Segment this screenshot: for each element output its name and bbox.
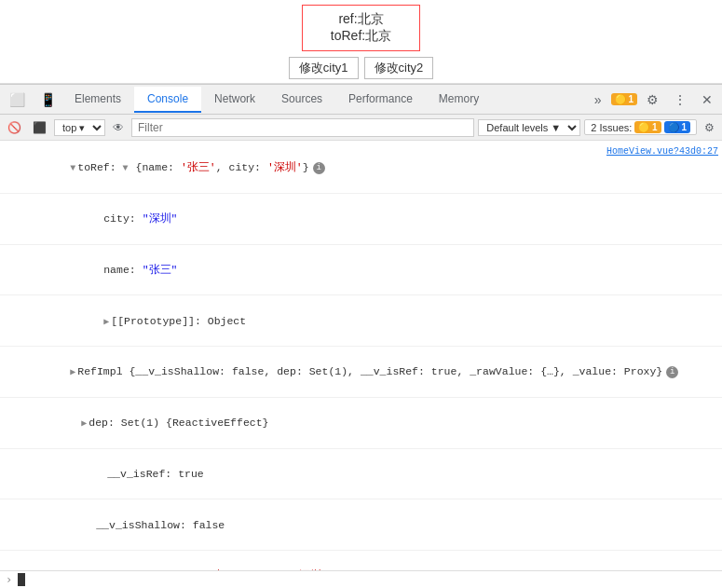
issues-badge: 2 Issues: 🟡 1 🔵 1: [584, 119, 697, 135]
line-content[interactable]: ▼toRef: ▼ {name: '张三', city: '深圳'}i: [15, 143, 606, 193]
eye-icon[interactable]: 👁: [109, 119, 128, 136]
modify-city1-button[interactable]: 修改city1: [289, 57, 359, 79]
more-tabs-button[interactable]: »: [589, 89, 607, 111]
button-row: 修改city1 修改city2: [289, 57, 433, 79]
expand-icon[interactable]: ▶: [81, 418, 87, 429]
console-line-isref: __v_isRef: true: [0, 449, 722, 500]
line-source[interactable]: HomeView.vue?43d0:27: [606, 143, 718, 158]
issue-warning-badge: 🟡 1: [634, 121, 661, 133]
console-line-toref: ▼toRef: ▼ {name: '张三', city: '深圳'}i Home…: [0, 143, 722, 194]
line-content: __v_isRef: true: [15, 449, 718, 499]
expand-icon[interactable]: ▼: [70, 163, 75, 173]
console-line-proto1: ▶[[Prototype]]: Object: [0, 295, 722, 347]
tab-bar-left: ⬜ 📱: [4, 89, 61, 111]
issue-info-badge: 🔵 1: [664, 121, 690, 133]
context-selector[interactable]: top ▾: [54, 119, 105, 136]
console-prompt: ›: [6, 573, 12, 586]
device-icon[interactable]: 📱: [34, 89, 61, 111]
info-icon[interactable]: i: [666, 366, 678, 378]
line-gutter: [15, 194, 26, 196]
line-content: city: "深圳": [26, 194, 718, 244]
expand-icon[interactable]: ▶: [103, 317, 109, 327]
expand-icon[interactable]: ▶: [70, 367, 75, 377]
tab-bar-right: » 🟡 1 ⚙ ⋮ ✕: [589, 89, 718, 111]
line-content[interactable]: ▶dep: Set(1) {ReactiveEffect}: [15, 398, 718, 448]
line-content[interactable]: ▶[[Prototype]]: Object: [26, 295, 718, 346]
console-line-isshallow: __v_isShallow: false: [0, 499, 722, 551]
devtools-tab-bar: ⬜ 📱 Elements Console Network Sources Per…: [0, 85, 722, 115]
ref-line1: ref:北京: [331, 11, 391, 28]
cursor-icon[interactable]: ⬜: [4, 89, 31, 111]
info-icon[interactable]: i: [313, 162, 325, 174]
ref-line2: toRef:北京: [331, 28, 391, 45]
default-levels-select[interactable]: Default levels ▼: [478, 119, 580, 136]
issues-settings-icon[interactable]: ⚙: [701, 119, 718, 136]
line-content[interactable]: ▶_rawValue: {name: '张三', city: '深圳'}: [15, 551, 718, 570]
console-input-row: ›: [0, 570, 722, 588]
console-cursor: [18, 573, 25, 586]
ref-box: ref:北京 toRef:北京: [302, 5, 420, 51]
app-area: ref:北京 toRef:北京 修改city1 修改city2: [0, 0, 722, 84]
console-line-refimpl: ▶RefImpl {__v_isShallow: false, dep: Set…: [0, 347, 722, 398]
console-output: ▼toRef: ▼ {name: '张三', city: '深圳'}i Home…: [0, 141, 722, 570]
close-devtools-icon[interactable]: ✕: [696, 89, 718, 111]
tab-sources[interactable]: Sources: [268, 87, 335, 113]
console-line-rawvalue: ▶_rawValue: {name: '张三', city: '深圳'}: [0, 551, 722, 570]
tab-console[interactable]: Console: [134, 87, 201, 113]
more-options-icon[interactable]: ⋮: [668, 89, 692, 111]
warning-badge: 🟡 1: [611, 93, 637, 105]
line-content: __v_isShallow: false: [15, 499, 718, 550]
tab-network[interactable]: Network: [201, 87, 268, 113]
console-line-dep: ▶dep: Set(1) {ReactiveEffect}: [0, 398, 722, 449]
settings-icon[interactable]: ⚙: [641, 89, 664, 111]
stop-on-exception-icon[interactable]: ⬛: [29, 119, 50, 136]
line-content: name: "张三": [26, 245, 718, 295]
tab-elements[interactable]: Elements: [61, 87, 134, 113]
line-gutter: [4, 143, 15, 144]
devtools-panel: ⬜ 📱 Elements Console Network Sources Per…: [0, 84, 722, 588]
tab-performance[interactable]: Performance: [335, 87, 426, 113]
clear-console-icon[interactable]: 🚫: [4, 119, 25, 136]
filter-input[interactable]: [131, 118, 474, 137]
console-line-name1: name: "张三": [0, 245, 722, 296]
tab-memory[interactable]: Memory: [426, 87, 492, 113]
line-content[interactable]: ▶RefImpl {__v_isShallow: false, dep: Set…: [15, 347, 718, 397]
modify-city2-button[interactable]: 修改city2: [364, 57, 434, 79]
console-toolbar: 🚫 ⬛ top ▾ 👁 Default levels ▼ 2 Issues: 🟡…: [0, 115, 722, 141]
console-line-city1: city: "深圳": [0, 194, 722, 245]
